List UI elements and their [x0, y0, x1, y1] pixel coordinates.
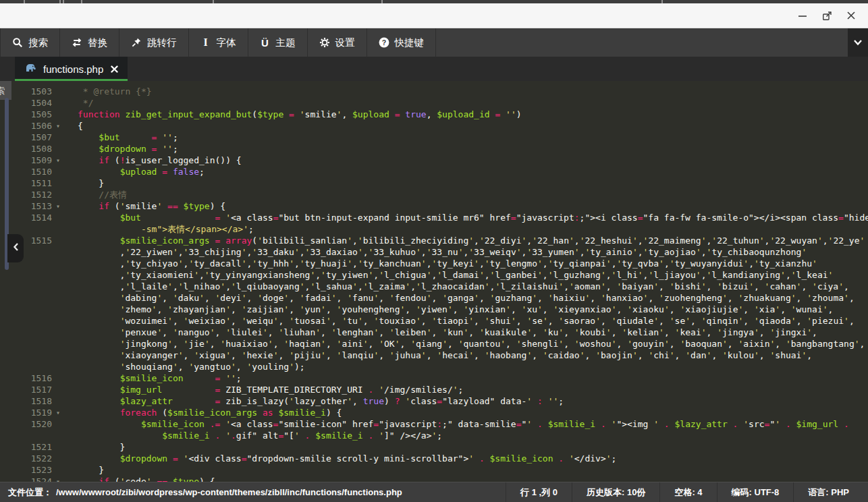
code-text[interactable]: $img_url = ZIB_TEMPLATE_DIRECTORY_URI . …	[78, 384, 868, 395]
fold-toggle-icon[interactable]: ▾	[52, 200, 78, 212]
code-row-wrap[interactable]: 'xiaoyanger', 'xigua', 'hexie', 'pijiu',…	[0, 350, 868, 361]
line-number[interactable]	[0, 269, 52, 281]
search-button[interactable]: 搜索	[0, 28, 60, 57]
code-text[interactable]: $but = '<a class="but btn-input-expand i…	[78, 212, 868, 223]
code-row[interactable]: 1523 }	[0, 464, 868, 476]
code-row[interactable]: 1515 $smilie_icon_args = array('bilibili…	[0, 235, 868, 246]
settings-button[interactable]: 设置	[308, 28, 367, 57]
maximize-icon[interactable]	[818, 7, 836, 24]
line-number[interactable]	[0, 361, 52, 372]
font-button[interactable]: I 字体	[189, 28, 248, 57]
code-row-wrap[interactable]: $smilie_i . '.gif" alt="[' . $smilie_i .…	[0, 430, 868, 441]
history-versions[interactable]: 历史版本: 10份	[572, 482, 659, 502]
code-text[interactable]: */	[78, 97, 868, 109]
code-text[interactable]: $but = '';	[78, 132, 868, 143]
code-text[interactable]: $dropdown = '<div class="dropdown-smilie…	[78, 453, 868, 464]
line-number[interactable]: 1523	[0, 464, 52, 476]
code-row-wrap[interactable]: 'zhemo', 'zhayanjian', 'zaijian', 'yun',…	[0, 304, 868, 315]
code-text[interactable]: ,'22_yiwen','33_chijing','33_daku','33_d…	[78, 246, 868, 258]
code-row[interactable]: 1505function zib_get_input_expand_but($t…	[0, 109, 868, 120]
goto-line-button[interactable]: 跳转行	[119, 28, 189, 57]
code-row[interactable]: 1521 }	[0, 441, 868, 453]
line-number[interactable]: 1516	[0, 372, 52, 384]
code-row-wrap[interactable]: 'penxue', 'nanguo', 'liulei', 'liuhan', …	[0, 327, 868, 338]
code-text[interactable]: $smilie_icon = '';	[78, 372, 868, 384]
shortcuts-button[interactable]: ? 快捷键	[367, 28, 437, 57]
code-text[interactable]: }	[78, 441, 868, 453]
line-number[interactable]	[0, 327, 52, 338]
code-text[interactable]: if ('smilie' == $type) {	[78, 200, 868, 212]
fold-toggle-icon[interactable]: ▾	[52, 476, 78, 482]
code-row-wrap[interactable]: ,'l_laile','l_nihao','l_qiubaoyang','l_s…	[0, 281, 868, 292]
line-number[interactable]	[0, 292, 52, 304]
left-panel-partial-tab[interactable]: 索	[0, 81, 11, 100]
line-number[interactable]	[0, 281, 52, 292]
code-text[interactable]: if ('code' == $type) {	[78, 476, 868, 482]
code-text[interactable]: }	[78, 464, 868, 476]
line-number[interactable]: 1520	[0, 418, 52, 430]
code-row[interactable]: 1517 $img_url = ZIB_TEMPLATE_DIRECTORY_U…	[0, 384, 868, 395]
code-row[interactable]: 1508 $dropdown = '';	[0, 143, 868, 155]
code-text[interactable]: ,'l_laile','l_nihao','l_qiubaoyang','l_s…	[78, 281, 868, 292]
minimize-icon[interactable]	[794, 7, 811, 24]
language[interactable]: 语言: PHP	[793, 482, 868, 502]
code-text[interactable]: $upload = false;	[78, 166, 868, 177]
line-number[interactable]: 1518	[0, 395, 52, 407]
code-text[interactable]: 'dabing', 'daku', 'deyi', 'doge', 'fadai…	[78, 292, 868, 304]
line-number[interactable]	[0, 430, 52, 441]
code-text[interactable]: ,'ty_chiyao','ty_dacall','ty_hhh','ty_hu…	[78, 258, 868, 269]
code-row[interactable]: 1524▾ if ('code' == $type) {	[0, 476, 868, 482]
code-text[interactable]: * @return {*}	[78, 86, 868, 97]
code-row[interactable]: 1507 $but = '';	[0, 132, 868, 143]
line-number[interactable]: 1524	[0, 476, 52, 482]
tab-functions-php[interactable]: functions.php	[15, 57, 128, 81]
code-row-wrap[interactable]: 'dabing', 'daku', 'deyi', 'doge', 'fadai…	[0, 292, 868, 304]
panel-collapse-handle[interactable]	[7, 234, 24, 262]
code-row[interactable]: 1511 }	[0, 177, 868, 189]
code-text[interactable]: }	[78, 177, 868, 189]
code-row[interactable]: 1519▾ foreach ($smilie_icon_args as $smi…	[0, 407, 868, 418]
line-number[interactable]: 1517	[0, 384, 52, 395]
code-row[interactable]: 1516 $smilie_icon = '';	[0, 372, 868, 384]
code-text[interactable]: foreach ($smilie_icon_args as $smilie_i)…	[78, 407, 868, 418]
code-text[interactable]: $lazy_attr = zib_is_lazy('lazy_other', t…	[78, 395, 868, 407]
close-icon[interactable]	[842, 7, 860, 24]
line-number[interactable]	[0, 315, 52, 327]
code-row-wrap[interactable]: -sm">表情</span></a>';	[0, 223, 868, 235]
code-text[interactable]: 'penxue', 'nanguo', 'liulei', 'liuhan', …	[78, 327, 868, 338]
code-text[interactable]: //表情	[78, 189, 868, 200]
code-editor[interactable]: 1503 * @return {*}1504 */1505function zi…	[0, 81, 868, 482]
code-text[interactable]: 'wozuimei', 'weixiao', 'weiqu', 'tuosai'…	[78, 315, 868, 327]
line-number[interactable]	[0, 304, 52, 315]
fold-toggle-icon[interactable]: ▾	[52, 120, 78, 132]
code-text[interactable]: ,'ty_xiaomieni','ty_yinyangxiansheng','t…	[78, 269, 868, 281]
code-text[interactable]: $smilie_i . '.gif" alt="[' . $smilie_i .…	[78, 430, 868, 441]
indent-spaces[interactable]: 空格: 4	[659, 482, 716, 502]
code-row[interactable]: 1506▾{	[0, 120, 868, 132]
code-text[interactable]: 'jingkong', 'jie', 'huaixiao', 'haqian',…	[78, 338, 868, 350]
code-text[interactable]: {	[78, 120, 868, 132]
code-row[interactable]: 1509▾ if (!is_user_logged_in()) {	[0, 155, 868, 166]
code-text[interactable]: $dropdown = '';	[78, 143, 868, 155]
line-number[interactable]	[0, 350, 52, 361]
toolbar-overflow-button[interactable]	[848, 28, 868, 57]
replace-button[interactable]: 替换	[60, 28, 119, 57]
code-row[interactable]: 1510 $upload = false;	[0, 166, 868, 177]
code-row-wrap[interactable]: 'wozuimei', 'weixiao', 'weiqu', 'tuosai'…	[0, 315, 868, 327]
code-row-wrap[interactable]: 'jingkong', 'jie', 'huaixiao', 'haqian',…	[0, 338, 868, 350]
tab-close-icon[interactable]	[111, 65, 118, 73]
code-row[interactable]: 1518 $lazy_attr = zib_is_lazy('lazy_othe…	[0, 395, 868, 407]
line-number[interactable]: 1522	[0, 453, 52, 464]
fold-toggle-icon[interactable]: ▾	[52, 407, 78, 418]
line-number[interactable]: 1519	[0, 407, 52, 418]
code-row[interactable]: 1513▾ if ('smilie' == $type) {	[0, 200, 868, 212]
code-text[interactable]: 'shouqiang', 'yangtuo', 'youling');	[78, 361, 868, 372]
code-row-wrap[interactable]: ,'ty_xiaomieni','ty_yinyangxiansheng','t…	[0, 269, 868, 281]
code-row[interactable]: 1514 $but = '<a class="but btn-input-exp…	[0, 212, 868, 223]
code-text[interactable]: 'zhemo', 'zhayanjian', 'zaijian', 'yun',…	[78, 304, 868, 315]
theme-button[interactable]: Ü 主题	[248, 28, 308, 57]
code-row[interactable]: 1512 //表情	[0, 189, 868, 200]
code-text[interactable]: -sm">表情</span></a>';	[78, 223, 868, 235]
code-text[interactable]: 'xiaoyanger', 'xigua', 'hexie', 'pijiu',…	[78, 350, 868, 361]
code-text[interactable]: if (!is_user_logged_in()) {	[78, 155, 868, 166]
